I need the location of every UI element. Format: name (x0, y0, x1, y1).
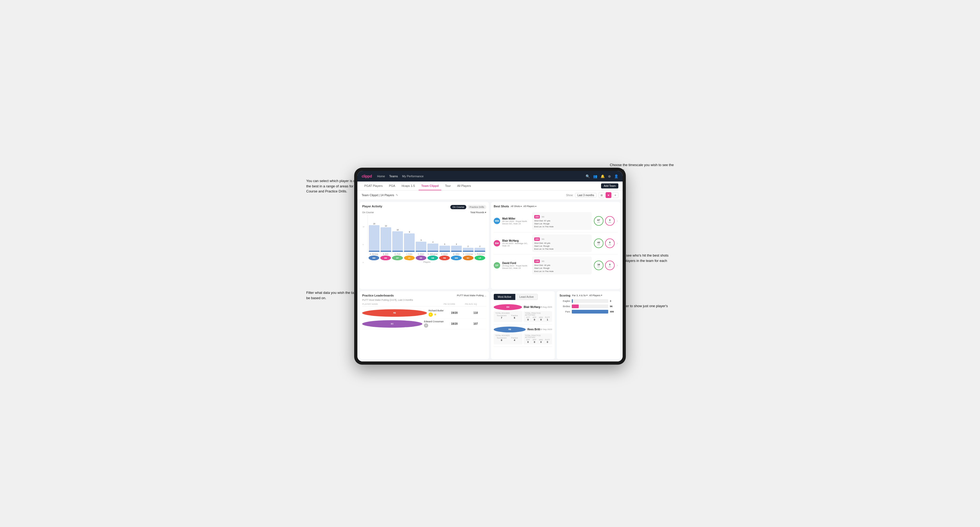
chevron-right-2[interactable]: › (617, 264, 618, 267)
shot-location-0: 09 Jun 2023 · Royal North Devon GC, Hole… (502, 220, 530, 225)
shot-player-name-1[interactable]: Blair McHarg (502, 239, 530, 242)
practice-sub-1: GTT APP ARG PUTT (525, 339, 551, 341)
avatar-8[interactable]: EC (463, 256, 474, 260)
leaderboard-avatar-1: EC (362, 320, 422, 328)
activity-entry-header-0: BM Blair McHarg 26 Aug 2023 (494, 304, 552, 310)
panel-title: Player Activity (362, 205, 382, 208)
bell-icon[interactable]: 🔔 (600, 174, 605, 178)
chevron-right-1[interactable]: › (617, 241, 618, 245)
practice-vals-1: 0 0 0 0 (525, 341, 551, 343)
panel-toggle: On Course Practice Drills (450, 205, 486, 209)
tab-team-clippd[interactable]: Team Clippd (418, 181, 441, 190)
avatar-0[interactable]: BM (369, 256, 379, 260)
practice-dropdown[interactable]: PUTT Must Make Putting ... (457, 294, 486, 297)
player-name-lb-0[interactable]: Richard Butler (428, 309, 444, 312)
shot-player-name-2[interactable]: David Ford (502, 262, 530, 265)
plus-circle-icon[interactable]: ⊕ (608, 174, 611, 178)
avatar-4[interactable]: EE (416, 256, 426, 260)
nav-home[interactable]: Home (377, 175, 385, 178)
scoring-filter2[interactable]: All Players (589, 294, 602, 297)
avatar-1[interactable]: BB (380, 256, 391, 260)
metric-bubble-dist-1: 43 yds (594, 238, 603, 248)
rank-badge-0: 1 (428, 313, 433, 317)
scoring-header: Scoring Par 3, 4 & 5s All Players (560, 294, 618, 297)
metric-bubble-end-2: 0 yds (605, 260, 615, 270)
shot-player-name-0[interactable]: Matt Miller (502, 217, 530, 220)
player-cell-0: RB Richard Butler 1 ⭐ (362, 309, 444, 317)
practice-drills-toggle[interactable]: Practice Drills (467, 205, 486, 209)
score-row-birdies: Birdies 96 (560, 305, 618, 308)
bar-group-3: 9 (404, 231, 415, 252)
avatar-6[interactable]: RB (439, 256, 450, 260)
avatar-row: BM BB DF JC EE GB RB MM EC LR (368, 256, 486, 260)
bar-group-7: 3 (451, 243, 462, 252)
all-shots-dropdown[interactable]: All Shots (511, 205, 522, 208)
brand-logo: clippd (362, 174, 372, 178)
search-icon[interactable]: 🔍 (585, 174, 590, 178)
chevron-right-0[interactable]: › (617, 219, 618, 223)
tab-all-players[interactable]: All Players (455, 181, 474, 190)
activity-player-name-0[interactable]: Blair McHarg (523, 306, 540, 308)
avatar-9[interactable]: LR (474, 256, 485, 260)
leaderboard-row-1: EC Edward Crossman 2 18/20 107 (362, 319, 486, 330)
tab-most-active[interactable]: Most Active (494, 294, 515, 300)
y-ticks: 0 5 10 (363, 226, 364, 263)
leaderboard-avatar-0: RB (362, 309, 427, 317)
user-avatar[interactable]: 👤 (614, 174, 618, 178)
bar-2 (392, 231, 403, 252)
activity-player-name-1[interactable]: Rees Britt (527, 328, 540, 331)
best-shots-header: Best Shots All Shots All Players (494, 205, 618, 208)
tab-pga[interactable]: PGA (387, 181, 398, 190)
bar-8 (463, 248, 474, 252)
shot-badge-2: 198 (534, 259, 540, 263)
shot-avatar-1: BM (494, 240, 500, 246)
score-cell-0: 19/20 (444, 311, 465, 314)
player-cell-1: EC Edward Crossman 2 (362, 320, 444, 328)
bar-4 (416, 242, 426, 252)
tab-tour[interactable]: Tour (442, 181, 453, 190)
avatar-3[interactable]: JC (404, 256, 415, 260)
metric-bubble-end-1: 0 yds (605, 238, 615, 248)
bar-group-0: 13 (369, 223, 379, 252)
bar-1 (380, 227, 391, 252)
on-course-toggle[interactable]: On Course (450, 205, 466, 209)
all-players-dropdown[interactable]: All Players (523, 205, 536, 208)
heart-view-icon[interactable]: ♥ (606, 192, 611, 198)
nav-teams[interactable]: Teams (389, 175, 398, 178)
avg-cell-1: 107 (465, 322, 486, 325)
bar-0 (369, 225, 379, 252)
add-team-button[interactable]: Add Team (601, 183, 618, 189)
people-icon[interactable]: 👥 (593, 174, 597, 178)
tab-pgat-players[interactable]: PGAT Players (362, 181, 385, 190)
avatar-5[interactable]: GB (428, 256, 438, 260)
bar-5 (428, 243, 438, 252)
list-view-icon[interactable]: ≡ (612, 192, 618, 198)
shot-badge-1: 200 (534, 237, 540, 241)
activity-date-0: 26 Aug 2023 (540, 306, 552, 308)
player-name-lb-1[interactable]: Edward Crossman (424, 320, 444, 323)
leaderboard-subtitle: PUTT Must Make Putting (3-6 ft), Last 3 … (362, 298, 486, 301)
score-row-eagles: Eagles 3 (560, 299, 618, 303)
practice-title: Practice Leaderboards (362, 294, 394, 297)
nav-my-performance[interactable]: My Performance (402, 175, 424, 178)
activity-stats-0: Total Rounds Tournament 7 Practice (494, 311, 552, 322)
bar-3 (404, 233, 415, 252)
panel-header: Player Activity On Course Practice Drill… (362, 205, 486, 210)
avatar-7[interactable]: MM (451, 256, 461, 260)
tab-hcaps[interactable]: Hcaps 1-5 (399, 181, 418, 190)
player-activity-panel: Player Activity On Course Practice Drill… (360, 202, 489, 289)
tab-least-active[interactable]: Least Active (515, 294, 538, 300)
score-bar-container-eagles (572, 299, 608, 303)
shot-stat-0: Shot Dist: 67 yds (534, 219, 590, 222)
scoring-filter1[interactable]: Par 3, 4 & 5s (572, 294, 587, 297)
activity-avatar-0: BM (494, 304, 522, 310)
total-rounds-dropdown[interactable]: Total Rounds ▾ (470, 211, 486, 214)
edit-icon[interactable]: ✎ (396, 194, 398, 197)
grid-view-icon[interactable]: ⊞ (599, 192, 605, 198)
show-dropdown[interactable]: Last 3 months (575, 193, 597, 197)
avatar-2[interactable]: DF (392, 256, 402, 260)
activity-avatar-1: RB (494, 327, 526, 332)
shot-details-2: 198 SG Shot Dist: 16 yds Start Lie: Roug… (532, 257, 592, 275)
activity-entry-header-1: RB Rees Britt 02 Sep 2023 (494, 327, 552, 332)
show-label: Show: (566, 194, 573, 197)
